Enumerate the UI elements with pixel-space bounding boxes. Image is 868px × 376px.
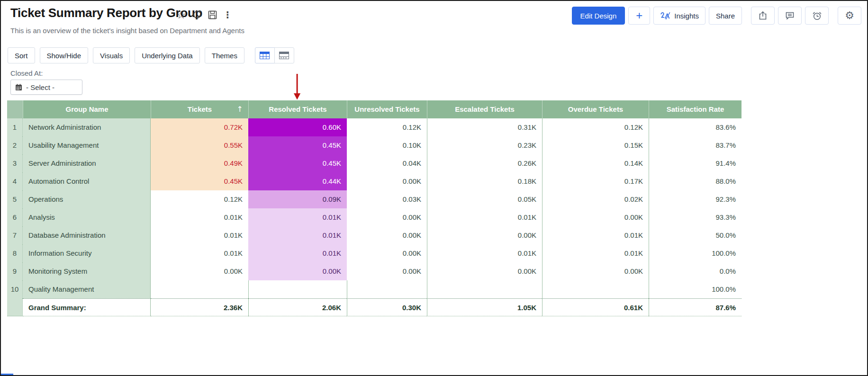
tickets-cell[interactable]: 0.01K	[151, 244, 248, 262]
unresolved-tickets-cell[interactable]: 0.04K	[347, 154, 427, 172]
escalated-tickets-cell[interactable]: 0.01K	[427, 208, 542, 226]
column-header-resolved-tickets[interactable]: Resolved Tickets	[248, 100, 347, 118]
satisfaction-rate-cell[interactable]: 93.3%	[649, 208, 741, 226]
resolved-tickets-cell[interactable]: 0.44K	[248, 172, 347, 190]
group-name-cell[interactable]: Information Security	[23, 244, 151, 262]
resolved-tickets-cell[interactable]	[248, 280, 347, 298]
group-name-cell[interactable]: Network Administration	[23, 118, 151, 136]
unresolved-tickets-cell[interactable]: 0.00K	[347, 244, 427, 262]
resolved-tickets-cell[interactable]: 0.09K	[248, 190, 347, 208]
column-header-group-name[interactable]: Group Name	[23, 100, 151, 118]
resolved-tickets-cell[interactable]: 0.45K	[248, 136, 347, 154]
tickets-cell[interactable]: 0.00K	[151, 262, 248, 280]
tickets-cell[interactable]: 0.01K	[151, 226, 248, 244]
schedule-alert-button[interactable]	[805, 7, 829, 25]
resolved-tickets-cell[interactable]: 0.01K	[248, 208, 347, 226]
overdue-tickets-cell[interactable]: 0.14K	[542, 154, 649, 172]
toolbar-button-underlying-data[interactable]: Underlying Data	[135, 47, 200, 63]
overdue-tickets-cell[interactable]: 0.01K	[542, 226, 649, 244]
unresolved-tickets-cell[interactable]: 0.00K	[347, 226, 427, 244]
overdue-tickets-cell[interactable]: 0.17K	[542, 172, 649, 190]
satisfaction-rate-cell[interactable]: 83.7%	[649, 136, 741, 154]
resolved-tickets-cell[interactable]: 0.60K	[248, 118, 347, 136]
unresolved-tickets-cell[interactable]: 0.00K	[347, 262, 427, 280]
column-header-satisfaction-rate[interactable]: Satisfaction Rate	[649, 100, 741, 118]
resolved-tickets-cell[interactable]: 0.01K	[248, 226, 347, 244]
closed-at-date-select[interactable]: - Select -	[10, 80, 82, 95]
group-name-cell[interactable]: Quality Management	[23, 280, 151, 298]
overdue-tickets-cell[interactable]	[542, 280, 649, 298]
unresolved-tickets-cell[interactable]	[347, 280, 427, 298]
escalated-tickets-cell[interactable]	[427, 280, 542, 298]
satisfaction-rate-cell[interactable]: 50.0%	[649, 226, 741, 244]
filter-value: - Select -	[26, 83, 54, 91]
comments-button[interactable]	[778, 7, 802, 25]
group-name-cell[interactable]: Operations	[23, 190, 151, 208]
satisfaction-rate-cell[interactable]: 88.0%	[649, 172, 741, 190]
refresh-icon[interactable]	[192, 10, 202, 19]
overdue-tickets-cell[interactable]: 0.00K	[542, 208, 649, 226]
edit-design-button[interactable]: Edit Design	[572, 7, 625, 25]
overdue-tickets-cell[interactable]: 0.00K	[542, 262, 649, 280]
resolved-tickets-cell[interactable]: 0.01K	[248, 244, 347, 262]
overdue-tickets-cell[interactable]: 0.02K	[542, 190, 649, 208]
tickets-cell[interactable]: 0.45K	[151, 172, 248, 190]
overdue-tickets-cell[interactable]: 0.01K	[542, 244, 649, 262]
tickets-cell[interactable]: 0.12K	[151, 190, 248, 208]
export-button[interactable]	[751, 7, 775, 25]
toolbar-button-visuals[interactable]: Visuals	[93, 47, 130, 63]
escalated-tickets-cell[interactable]: 0.01K	[427, 244, 542, 262]
group-name-cell[interactable]: Automation Control	[23, 172, 151, 190]
save-icon[interactable]	[208, 10, 217, 19]
toolbar-button-themes[interactable]: Themes	[205, 47, 244, 63]
unresolved-tickets-cell[interactable]: 0.12K	[347, 118, 427, 136]
overdue-tickets-cell[interactable]: 0.12K	[542, 118, 649, 136]
escalated-tickets-cell[interactable]: 0.26K	[427, 154, 542, 172]
resolved-tickets-cell[interactable]: 0.00K	[248, 262, 347, 280]
toolbar-button-show-hide[interactable]: Show/Hide	[40, 47, 89, 63]
group-name-cell[interactable]: Monitoring System	[23, 262, 151, 280]
toolbar-button-sort[interactable]: Sort	[8, 47, 35, 63]
column-header-escalated-tickets[interactable]: Escalated Tickets	[427, 100, 542, 118]
insights-button[interactable]: Insights	[653, 7, 705, 25]
tickets-cell[interactable]: 0.72K	[151, 118, 248, 136]
tickets-cell[interactable]: 0.55K	[151, 136, 248, 154]
add-button[interactable]: +	[628, 7, 650, 25]
escalated-tickets-cell[interactable]: 0.00K	[427, 262, 542, 280]
satisfaction-rate-cell[interactable]: 83.6%	[649, 118, 741, 136]
settings-button[interactable]: ⚙	[838, 7, 861, 25]
satisfaction-rate-cell[interactable]: 100.0%	[649, 244, 741, 262]
group-name-cell[interactable]: Database Administration	[23, 226, 151, 244]
column-header-tickets[interactable]: Tickets↑	[151, 100, 248, 118]
unresolved-tickets-cell[interactable]: 0.00K	[347, 172, 427, 190]
group-name-cell[interactable]: Server Administration	[23, 154, 151, 172]
tickets-cell[interactable]: 0.49K	[151, 154, 248, 172]
unresolved-tickets-cell[interactable]: 0.03K	[347, 190, 427, 208]
tickets-cell[interactable]: 0.01K	[151, 208, 248, 226]
more-options-icon[interactable]: ⋮	[223, 9, 232, 20]
unresolved-tickets-cell[interactable]: 0.00K	[347, 208, 427, 226]
satisfaction-rate-cell[interactable]: 91.4%	[649, 154, 741, 172]
summary-view-button[interactable]	[274, 47, 294, 63]
overdue-tickets-cell[interactable]: 0.15K	[542, 136, 649, 154]
resolved-tickets-cell[interactable]: 0.45K	[248, 154, 347, 172]
escalated-tickets-cell[interactable]: 0.00K	[427, 226, 542, 244]
group-name-cell[interactable]: Usability Management	[23, 136, 151, 154]
escalated-tickets-cell[interactable]: 0.31K	[427, 118, 542, 136]
escalated-tickets-cell[interactable]: 0.23K	[427, 136, 542, 154]
satisfaction-rate-cell[interactable]: 92.3%	[649, 190, 741, 208]
group-name-cell[interactable]: Analysis	[23, 208, 151, 226]
comment-icon	[785, 11, 795, 20]
favorite-star-icon[interactable]: ☆	[176, 9, 186, 20]
escalated-tickets-cell[interactable]: 0.05K	[427, 190, 542, 208]
column-header-overdue-tickets[interactable]: Overdue Tickets	[542, 100, 649, 118]
satisfaction-rate-cell[interactable]: 100.0%	[649, 280, 741, 298]
table-view-button[interactable]	[255, 47, 275, 63]
tickets-cell[interactable]	[151, 280, 248, 298]
escalated-tickets-cell[interactable]: 0.18K	[427, 172, 542, 190]
column-header-unresolved-tickets[interactable]: Unresolved Tickets	[347, 100, 427, 118]
unresolved-tickets-cell[interactable]: 0.10K	[347, 136, 427, 154]
satisfaction-rate-cell[interactable]: 0.0%	[649, 262, 741, 280]
share-button[interactable]: Share	[709, 7, 742, 25]
grand-summary-gutter	[7, 298, 23, 316]
